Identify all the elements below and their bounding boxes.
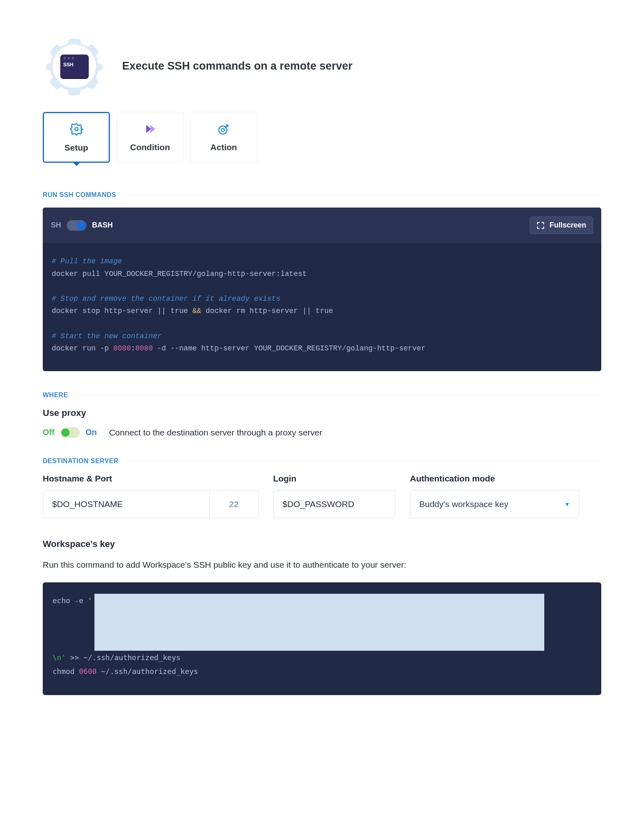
field-label: Login (273, 474, 395, 483)
tab-label: Condition (130, 142, 170, 152)
auth-mode-select[interactable]: Buddy's workspace key ▼ (410, 490, 579, 518)
toggle-pill[interactable] (67, 220, 86, 231)
field-label: Authentication mode (410, 474, 579, 483)
bash-label: BASH (92, 221, 113, 230)
code-panel-header: SH BASH Fullscreen (43, 208, 601, 243)
proxy-on-label: On (85, 428, 97, 437)
fullscreen-button[interactable]: Fullscreen (530, 217, 593, 234)
tab-condition[interactable]: Condition (116, 112, 184, 163)
svg-point-1 (75, 127, 78, 131)
port-input[interactable] (210, 490, 258, 518)
code-editor[interactable]: # Pull the image docker pull YOUR_DOCKER… (43, 243, 601, 371)
login-input[interactable] (273, 490, 395, 518)
tab-action[interactable]: Action (190, 112, 257, 163)
section-destination: DESTINATION SERVER (43, 457, 601, 465)
hostname-field: Hostname & Port (43, 474, 258, 518)
code-panel: SH BASH Fullscreen # Pull the image dock… (43, 208, 601, 371)
shell-toggle[interactable]: SH BASH (51, 220, 113, 231)
workspace-key-title: Workspace's key (43, 539, 601, 549)
proxy-toggle-row: Off On Connect to the destination server… (43, 427, 601, 438)
section-where: WHERE (43, 392, 601, 399)
proxy-toggle[interactable] (60, 427, 80, 438)
proxy-description: Connect to the destination server throug… (109, 428, 322, 437)
section-label: WHERE (43, 392, 68, 399)
section-run-ssh: RUN SSH COMMANDS (43, 191, 601, 199)
page-header: SSH Execute SSH commands on a remote ser… (43, 35, 601, 98)
auth-mode-value: Buddy's workspace key (419, 499, 508, 509)
fullscreen-icon (537, 221, 545, 230)
sh-label: SH (51, 221, 61, 230)
field-label: Hostname & Port (43, 474, 258, 483)
page-title: Execute SSH commands on a remote server (122, 60, 353, 72)
proxy-off-label: Off (43, 428, 55, 437)
workspace-key-desc: Run this command to add Workspace's SSH … (43, 558, 601, 571)
tab-setup[interactable]: Setup (43, 112, 110, 163)
ssh-icon: SSH (60, 55, 89, 78)
login-field: Login (273, 474, 395, 518)
action-gear-icon: SSH (43, 35, 106, 98)
hostname-input[interactable] (43, 490, 210, 518)
chevron-down-icon: ▼ (564, 501, 570, 507)
use-proxy-title: Use proxy (43, 408, 601, 418)
section-label: DESTINATION SERVER (43, 457, 118, 465)
destination-form-row: Hostname & Port Login Authentication mod… (43, 474, 601, 518)
svg-point-3 (221, 128, 224, 131)
fullscreen-label: Fullscreen (550, 221, 586, 230)
ssh-key-placeholder (94, 594, 544, 651)
play-forward-icon (144, 123, 156, 135)
workspace-key-command[interactable]: echo -e ' \n' >> ~/.ssh/authorized_keys … (43, 582, 601, 695)
gear-outline-icon (70, 122, 83, 136)
auth-mode-field: Authentication mode Buddy's workspace ke… (410, 474, 579, 518)
tab-label: Action (210, 142, 237, 152)
ssh-badge-label: SSH (64, 62, 74, 68)
tab-bar: Setup Condition Action (43, 112, 601, 163)
section-label: RUN SSH COMMANDS (43, 191, 116, 199)
tab-label: Setup (64, 143, 88, 153)
target-arrow-icon (218, 123, 230, 135)
